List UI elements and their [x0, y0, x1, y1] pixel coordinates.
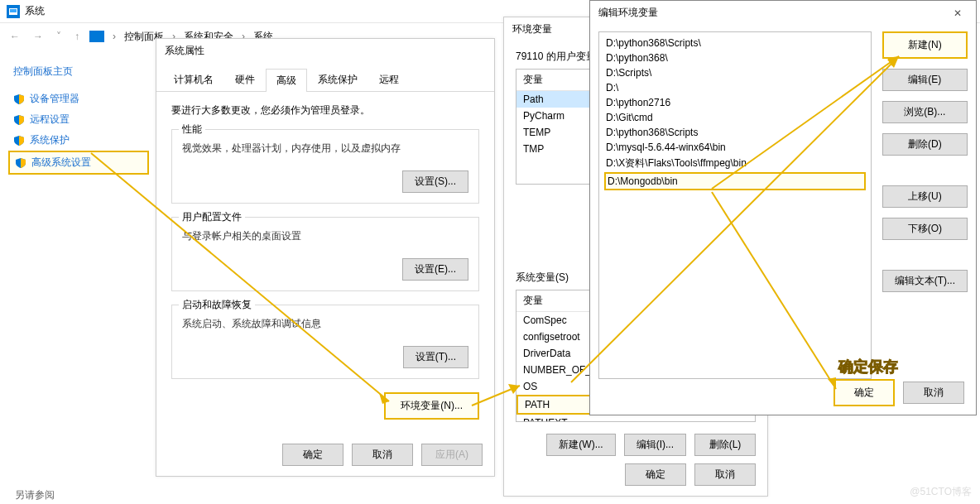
group-desc: 系统启动、系统故障和调试信息	[182, 317, 468, 331]
tab-protect[interactable]: 系统保护	[307, 68, 368, 91]
apply-button[interactable]: 应用(A)	[421, 444, 483, 466]
tab-remote[interactable]: 远程	[368, 68, 410, 91]
recent-chevron-icon[interactable]: ˅	[53, 27, 65, 46]
system-icon	[7, 5, 20, 18]
edit-env-var-dialog: 编辑环境变量 ✕ D:\python368\Scripts\ D:\python…	[589, 0, 977, 415]
tab-advanced[interactable]: 高级	[266, 69, 307, 92]
shield-icon	[13, 135, 25, 146]
dialog-title: 系统属性	[156, 39, 494, 63]
cancel-button[interactable]: 取消	[903, 382, 964, 404]
path-row[interactable]: D:\Git\cmd	[604, 110, 866, 125]
system-properties-dialog: 系统属性 计算机名 硬件 高级 系统保护 远程 要进行大多数更改，您必须作为管理…	[156, 38, 495, 477]
path-row[interactable]: D:\python2716	[604, 95, 866, 110]
chevron-right-icon: ›	[111, 31, 118, 42]
sidebar-item-protect[interactable]: 系统保护	[8, 130, 149, 151]
forward-arrow-icon[interactable]: →	[30, 27, 46, 46]
sidebar: 控制面板主页 设备管理器 远程设置 系统保护 高级系统设置	[0, 56, 149, 175]
sidebar-item-label: 远程设置	[30, 113, 70, 127]
shield-icon	[15, 157, 26, 169]
back-arrow-icon[interactable]: ←	[7, 27, 23, 46]
new-button[interactable]: 新建(N)	[882, 31, 968, 59]
browse-button[interactable]: 浏览(B)...	[882, 101, 968, 123]
window-title: 系统	[25, 4, 45, 18]
tabstrip: 计算机名 硬件 高级 系统保护 远程	[156, 63, 494, 92]
env-var-button[interactable]: 环境变量(N)...	[384, 392, 479, 420]
performance-group: 性能 视觉效果，处理器计划，内存使用，以及虚拟内存 设置(S)...	[171, 129, 479, 204]
up-button[interactable]: 上移(U)	[882, 185, 968, 208]
group-title: 启动和故障恢复	[179, 298, 255, 312]
edit-button[interactable]: 编辑(E)	[882, 69, 968, 91]
startup-group: 启动和故障恢复 系统启动、系统故障和调试信息 设置(T)...	[171, 305, 479, 379]
path-row[interactable]: D:\Scripts\	[604, 65, 866, 80]
shield-icon	[13, 94, 25, 105]
dialog-title: 编辑环境变量	[598, 6, 658, 20]
ok-button[interactable]: 确定	[833, 379, 895, 406]
group-desc: 视觉效果，处理器计划，内存使用，以及虚拟内存	[182, 142, 468, 156]
edit-text-button[interactable]: 编辑文本(T)...	[882, 270, 968, 292]
shield-icon	[13, 114, 25, 126]
up-arrow-icon[interactable]: ↑	[71, 27, 83, 46]
group-title: 性能	[179, 122, 205, 137]
save-annotation: 确定保存	[838, 357, 898, 377]
down-button[interactable]: 下移(O)	[882, 218, 968, 240]
sidebar-item-label: 高级系统设置	[31, 156, 91, 170]
svg-rect-1	[10, 9, 17, 12]
perf-settings-button[interactable]: 设置(S)...	[402, 170, 468, 193]
tab-computer-name[interactable]: 计算机名	[163, 68, 224, 91]
sidebar-title[interactable]: 控制面板主页	[8, 65, 149, 79]
system-icon	[89, 31, 104, 42]
path-row[interactable]: D:\python368\	[604, 50, 866, 65]
ok-button[interactable]: 确定	[625, 463, 686, 486]
sidebar-item-device-manager[interactable]: 设备管理器	[8, 89, 149, 109]
cancel-button[interactable]: 取消	[352, 444, 413, 466]
watermark: @51CTO博客	[910, 485, 972, 499]
admin-note: 要进行大多数更改，您必须作为管理员登录。	[171, 103, 479, 118]
edit-button[interactable]: 编辑(I)...	[624, 434, 686, 456]
path-row[interactable]: D:\X资料\Flaks\Tools\ffmpeg\bin	[604, 155, 866, 172]
sidebar-item-label: 系统保护	[30, 133, 70, 147]
profile-settings-button[interactable]: 设置(E)...	[402, 258, 468, 281]
profile-group: 用户配置文件 与登录帐户相关的桌面设置 设置(E)...	[171, 217, 479, 291]
delete-button[interactable]: 删除(L)	[694, 434, 756, 456]
delete-button[interactable]: 删除(D)	[882, 133, 968, 156]
startup-settings-button[interactable]: 设置(T)...	[403, 346, 468, 368]
tab-hardware[interactable]: 硬件	[224, 68, 266, 91]
see-also-label: 另请参阅	[15, 488, 55, 502]
path-row[interactable]: D:\mysql-5.6.44-winx64\bin	[604, 140, 866, 155]
cancel-button[interactable]: 取消	[694, 463, 756, 486]
ok-button[interactable]: 确定	[282, 444, 343, 466]
group-title: 用户配置文件	[179, 210, 245, 224]
sidebar-item-advanced[interactable]: 高级系统设置	[8, 151, 149, 175]
sidebar-item-label: 设备管理器	[30, 92, 79, 106]
path-row[interactable]: D:\python368\Scripts	[604, 125, 866, 140]
list-row[interactable]: PATHEXT	[516, 415, 755, 422]
path-row[interactable]: D:\python368\Scripts\	[604, 36, 866, 50]
group-desc: 与登录帐户相关的桌面设置	[182, 229, 468, 243]
path-values-list[interactable]: D:\python368\Scripts\ D:\python368\ D:\S…	[598, 31, 872, 379]
sidebar-item-remote[interactable]: 远程设置	[8, 109, 149, 130]
close-icon[interactable]: ✕	[948, 7, 968, 19]
path-row[interactable]: D:\	[604, 80, 866, 95]
path-row-mongodb[interactable]: D:\Mongodb\bin	[604, 172, 866, 190]
new-button[interactable]: 新建(W)...	[546, 434, 615, 456]
